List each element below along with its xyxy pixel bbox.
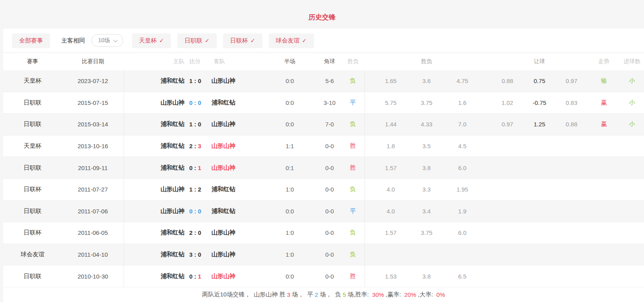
- odds-away: 1.9: [444, 208, 480, 215]
- away-score: 0: [198, 99, 201, 106]
- away-team-cell: 山形山神: [204, 222, 262, 244]
- date-cell: 2015-03-14: [62, 114, 124, 135]
- home-score: 0: [189, 273, 192, 280]
- odds-home: 1.53: [373, 273, 409, 280]
- handicap-odds-cell: [480, 136, 588, 157]
- league-cell: 日联杯: [3, 179, 62, 200]
- filter-bar: 全部赛事 主客相同 10场 天皇杯✓日职联✓日联杯✓球会友谊✓: [3, 29, 644, 52]
- result-cell: 负: [341, 114, 365, 135]
- odds-draw: 3.5: [409, 143, 444, 149]
- score-cell: 2 : 0: [186, 222, 204, 244]
- handicap-line: 1.25: [524, 121, 556, 128]
- summary-segment: 5: [343, 291, 346, 298]
- home-team-cell: 浦和红钻: [124, 114, 186, 135]
- handicap-home: 0.88: [491, 77, 524, 84]
- halftime-cell: 0:0: [262, 114, 318, 135]
- score-colon: :: [192, 99, 198, 106]
- league-cell: 日职联: [3, 157, 62, 178]
- europe-odds-cell: [365, 244, 480, 265]
- halftime-cell: 1:1: [262, 136, 318, 157]
- header-score: 比分: [186, 53, 204, 70]
- home-score: 2: [189, 143, 192, 149]
- handicap-away: 0.83: [555, 99, 588, 106]
- score-cell: 0 : 1: [186, 265, 204, 287]
- away-score: 0: [198, 77, 201, 84]
- score-cell: 1 : 0: [186, 114, 204, 135]
- goals-cell: [620, 265, 644, 287]
- summary-segment: 3: [287, 291, 290, 298]
- home-team-cell: 浦和红钻: [124, 136, 186, 157]
- trend-cell: 赢: [588, 92, 620, 114]
- summary-segment: 场,胜率:: [346, 291, 372, 298]
- table-row: 天皇杯 2013-10-16 浦和红钻 2 : 3 山形山神 1:1 0-0 胜…: [3, 136, 644, 157]
- filter-same-venue[interactable]: 主客相同: [61, 37, 85, 45]
- away-score: 0: [198, 208, 201, 215]
- home-score: 0: [189, 208, 192, 215]
- league-filter-chip-1[interactable]: 日职联✓: [177, 33, 217, 48]
- home-score: 1: [189, 121, 192, 128]
- trend-cell: [588, 265, 620, 287]
- header-goals: 进球数: [620, 53, 644, 70]
- odds-draw: 3.4: [409, 208, 444, 215]
- result-cell: 胜: [341, 265, 365, 287]
- trend-cell: [588, 201, 620, 222]
- away-score: 0: [198, 251, 201, 258]
- header-halftime: 半场: [262, 53, 318, 70]
- score-colon: :: [192, 77, 198, 84]
- europe-odds-cell: 5.753.751.6: [365, 92, 480, 114]
- europe-odds-cell: 1.533.86.5: [365, 265, 480, 287]
- table-row: 日职联 2015-03-14 浦和红钻 1 : 0 山形山神 0:0 7-0 负…: [3, 114, 644, 136]
- home-score: 2: [189, 229, 192, 236]
- table-row: 日联杯 2011-07-27 山形山神 1 : 2 浦和红钻 1:0 0-0 负…: [3, 179, 644, 201]
- result-cell: 胜: [341, 136, 365, 157]
- trend-cell: [588, 244, 620, 265]
- goals-cell: 小: [620, 114, 644, 135]
- corner-cell: 5-6: [318, 70, 341, 92]
- result-cell: 负: [341, 70, 365, 92]
- result-cell: 胜: [341, 157, 365, 178]
- home-score: 1: [189, 77, 192, 84]
- corner-cell: 0-0: [318, 136, 341, 157]
- home-team-cell: 山形山神: [124, 92, 186, 114]
- odds-draw: 3.8: [409, 273, 444, 280]
- odds-away: 6.0: [444, 229, 480, 236]
- score-cell: 3 : 0: [186, 244, 204, 265]
- league-cell: 日职联: [3, 201, 62, 222]
- handicap-odds-cell: [480, 201, 588, 222]
- odds-away: 4.5: [444, 143, 480, 149]
- filter-all-events-button[interactable]: 全部赛事: [12, 33, 50, 48]
- result-cell: 平: [341, 201, 365, 222]
- away-score: 0: [198, 121, 201, 128]
- corner-cell: 0-0: [318, 265, 341, 287]
- league-filter-chip-2[interactable]: 日联杯✓: [223, 33, 262, 48]
- header-league: 赛事: [3, 53, 62, 70]
- summary-segment: 2: [315, 291, 318, 298]
- league-filter-chip-0[interactable]: 天皇杯✓: [132, 33, 171, 48]
- europe-odds-cell: 1.444.337.0: [365, 114, 480, 135]
- corner-cell: 0-0: [318, 244, 341, 265]
- away-team-cell: 山形山神: [204, 244, 262, 265]
- corner-cell: 7-0: [318, 114, 341, 135]
- result-cell: 平: [341, 92, 365, 114]
- match-count-select[interactable]: 10场: [91, 34, 123, 47]
- date-cell: 2015-07-15: [62, 92, 124, 114]
- away-team-cell: 山形山神: [204, 114, 262, 135]
- table-row: 日职联 2015-07-15 山形山神 0 : 0 浦和红钻 0:0 3-10 …: [3, 92, 644, 114]
- table-row: 天皇杯 2023-07-12 浦和红钻 1 : 0 山形山神 0:0 5-6 负…: [3, 70, 644, 92]
- table-body: 天皇杯 2023-07-12 浦和红钻 1 : 0 山形山神 0:0 5-6 负…: [3, 70, 644, 287]
- trend-cell: [588, 222, 620, 244]
- odds-away: 4.75: [444, 77, 480, 84]
- away-score: 1: [198, 165, 201, 171]
- table-row: 日职联 2011-07-06 山形山神 0 : 0 浦和红钻 0:0 0-0 平…: [3, 201, 644, 223]
- score-colon: :: [192, 121, 198, 128]
- odds-home: 4.0: [373, 208, 409, 215]
- score-colon: :: [192, 186, 198, 193]
- match-count-value: 10场: [98, 37, 110, 44]
- goals-cell: [620, 157, 644, 178]
- league-filter-chip-3[interactable]: 球会友谊✓: [269, 33, 314, 48]
- away-score: 2: [198, 186, 201, 193]
- europe-odds-cell: 4.03.41.9: [365, 201, 480, 222]
- halftime-cell: 1:0: [262, 244, 318, 265]
- away-team-cell: 浦和红钻: [204, 201, 262, 222]
- handicap-odds-cell: [480, 179, 588, 200]
